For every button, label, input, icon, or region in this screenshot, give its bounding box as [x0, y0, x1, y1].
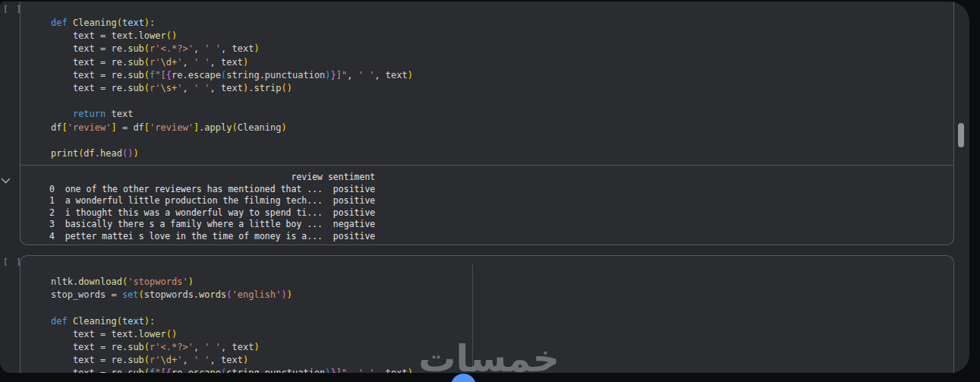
- code-token: \d+: [161, 355, 178, 365]
- code-token: r'<.*?>': [150, 342, 194, 352]
- code-token: (: [144, 83, 150, 93]
- code-token: }: [331, 368, 336, 373]
- khamsat-watermark: خمسات: [423, 337, 559, 380]
- code-token: ,: [194, 43, 204, 54]
- code-token: (: [117, 17, 122, 28]
- code-token: nltk.: [51, 276, 78, 287]
- code-token: ): [408, 368, 413, 373]
- code-token: Cleaning: [73, 17, 117, 28]
- code-token: apply: [204, 122, 232, 133]
- code-token: (: [144, 43, 150, 54]
- code-token: \s+: [161, 83, 178, 93]
- code-token: Cleaning: [238, 122, 282, 133]
- code-token: print: [51, 148, 78, 159]
- code-token: (): [282, 83, 292, 93]
- code-token: Cleaning: [73, 316, 117, 327]
- code-cell-1[interactable]: def Cleaning(text): text = text.lower() …: [20, 2, 954, 245]
- code-token: re.: [172, 70, 188, 81]
- notebook-panel: [ ] def Cleaning(text): text = text.lowe…: [0, 2, 969, 373]
- code-token: re.: [172, 368, 188, 373]
- code-line: return text: [51, 108, 953, 121]
- code-token: def: [51, 316, 68, 327]
- scrollbar-thumb[interactable]: [958, 123, 964, 147]
- code-token: ' ': [358, 368, 375, 373]
- code-line: stop_words = set(stopwords.words('englis…: [51, 289, 953, 301]
- code-token: def: [51, 17, 68, 28]
- code-token: lower: [139, 30, 166, 41]
- code-token: (: [144, 355, 150, 365]
- code-token: (: [144, 70, 150, 81]
- output-line: 0 one of the other reviewers has mention…: [49, 184, 953, 196]
- output-line: 4 petter mattei s love in the time of mo…: [49, 231, 953, 243]
- code-token: ' ': [204, 342, 221, 352]
- code-token: [: [144, 122, 150, 133]
- code-token: ' ': [194, 83, 210, 93]
- code-token: ): [254, 342, 259, 352]
- code-line: text = text.lower(): [51, 30, 953, 43]
- code-token: (: [232, 122, 237, 133]
- code-token: ): [408, 70, 413, 81]
- code-token: (): [166, 30, 177, 41]
- code-editor-1[interactable]: def Cleaning(text): text = text.lower() …: [20, 2, 953, 160]
- code-token: text = re.: [51, 43, 128, 54]
- code-token: 'review': [68, 122, 112, 133]
- code-token: 'english': [232, 289, 281, 300]
- code-token: {: [166, 368, 172, 373]
- code-token: string.punctuation: [226, 368, 325, 373]
- code-token: ): [133, 148, 138, 159]
- code-line: text = re.sub(r'<.*?>', ' ', text): [51, 43, 953, 55]
- code-token: text = re.: [51, 368, 128, 373]
- code-line: [51, 134, 953, 147]
- code-token: (: [139, 289, 144, 300]
- code-token: escape: [188, 70, 221, 81]
- code-token: ): [325, 368, 330, 373]
- code-line: def Cleaning(text):: [51, 17, 953, 30]
- code-token: ,: [182, 355, 193, 365]
- code-token: text = re.: [51, 355, 128, 365]
- code-token: , text: [374, 368, 407, 373]
- chevron-down-icon[interactable]: [1, 173, 11, 181]
- code-token: ]: [111, 122, 116, 133]
- code-token: r': [150, 355, 160, 365]
- code-token: ): [188, 276, 194, 287]
- code-token: words: [199, 289, 226, 300]
- code-token: \d+: [161, 57, 178, 68]
- code-token: ): [282, 122, 287, 133]
- code-token: "[: [155, 70, 165, 81]
- code-line: df['review'] = df['review'].apply(Cleani…: [51, 122, 953, 134]
- code-token: , text: [374, 70, 407, 81]
- code-token: df.: [84, 148, 100, 159]
- code-token: }: [331, 70, 336, 81]
- code-token: [68, 17, 73, 28]
- code-token: stopwords.: [144, 289, 199, 300]
- code-token: stop_words =: [51, 289, 122, 300]
- code-token: sub: [128, 70, 144, 81]
- code-token: ): [243, 355, 248, 365]
- code-token: ): [254, 43, 259, 54]
- code-token: ,: [347, 70, 358, 81]
- code-line: [51, 95, 953, 108]
- cell-output-area: review sentiment0 one of the other revie…: [20, 166, 953, 245]
- code-token: ,: [347, 368, 358, 373]
- code-token: ' ': [194, 57, 210, 68]
- code-token: set: [122, 289, 139, 300]
- code-token: text: [106, 109, 133, 119]
- code-token: ): [325, 70, 330, 81]
- code-token: ,: [182, 83, 193, 93]
- code-token: df: [51, 122, 61, 133]
- code-token: sub: [128, 368, 144, 373]
- code-line: nltk.download('stopwords'): [51, 276, 953, 289]
- code-token: ]": [336, 368, 347, 373]
- code-token: string.punctuation: [226, 70, 325, 81]
- code-line: text = re.sub(r'\d+', ' ', text): [51, 56, 953, 69]
- code-token: escape: [188, 368, 221, 373]
- code-token: [51, 109, 73, 119]
- code-token: sub: [128, 342, 144, 352]
- code-token: strip: [254, 83, 281, 93]
- code-token: head: [100, 148, 122, 159]
- code-token: 'stopwords': [128, 276, 187, 287]
- code-token: (: [144, 57, 150, 68]
- code-token: text: [122, 316, 144, 327]
- code-token: sub: [128, 355, 144, 365]
- code-token: r'<.*?>': [150, 43, 194, 54]
